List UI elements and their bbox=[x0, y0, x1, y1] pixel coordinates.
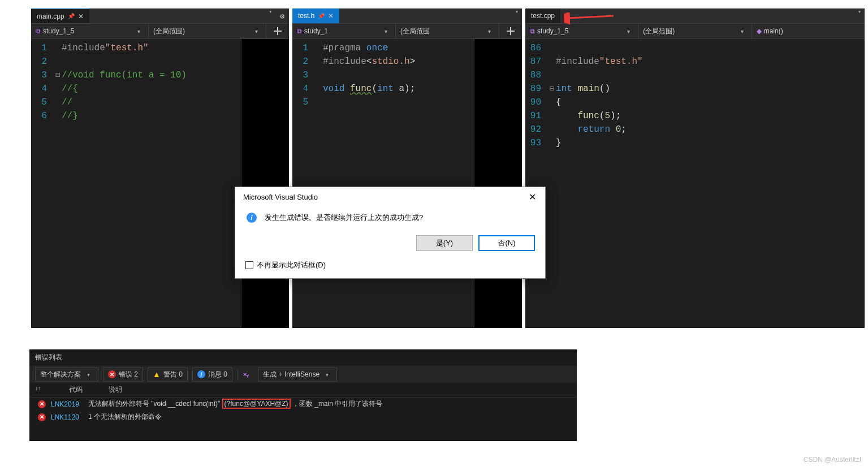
tab-test-h[interactable]: test.h 📌 ✕ bbox=[292, 8, 339, 23]
tab-bar: test.h 📌 ✕ ▾ bbox=[292, 8, 522, 23]
pin-icon[interactable]: 📌 bbox=[318, 13, 325, 19]
tab-main-cpp[interactable]: main.cpp 📌 ✕ bbox=[31, 8, 89, 23]
scope-label: (全局范围) bbox=[643, 27, 675, 36]
tab-bar: main.cpp 📌 ✕ ▾ ⚙ bbox=[31, 8, 289, 23]
close-icon[interactable]: ✕ bbox=[525, 192, 539, 202]
warnings-filter[interactable]: ▲ 警告 0 bbox=[148, 367, 188, 382]
build-error-dialog: Microsoft Visual Studio ✕ i 发生生成错误。是否继续并… bbox=[235, 187, 546, 279]
function-selector[interactable]: ◆ main() bbox=[752, 24, 865, 38]
dialog-message: 发生生成错误。是否继续并运行上次的成功生成? bbox=[265, 213, 423, 223]
minimap[interactable] bbox=[474, 39, 522, 328]
error-icon: ✕ bbox=[108, 370, 116, 378]
chevron-down-icon: ▾ bbox=[485, 28, 494, 34]
messages-filter[interactable]: i 消息 0 bbox=[192, 367, 232, 382]
panel-title: 错误列表 bbox=[29, 349, 577, 366]
tab-label: test.cpp bbox=[531, 12, 555, 20]
tab-test-cpp[interactable]: test.cpp bbox=[525, 8, 560, 23]
split-view-button[interactable] bbox=[499, 24, 522, 38]
no-button[interactable]: 否(N) bbox=[478, 235, 535, 251]
pin-icon[interactable]: 📌 bbox=[68, 13, 75, 19]
chevron-down-icon: ▾ bbox=[252, 28, 261, 34]
chevron-down-icon: ▾ bbox=[381, 28, 391, 34]
error-description: 1 个无法解析的外部命令 bbox=[88, 412, 162, 422]
errors-filter[interactable]: ✕ 错误 2 bbox=[103, 367, 143, 382]
build-filter-selector[interactable]: 生成 + IntelliSense ▾ bbox=[258, 367, 337, 382]
line-gutter: 123456 bbox=[31, 39, 54, 328]
project-selector[interactable]: ⧉ study_1 ▾ bbox=[292, 24, 396, 38]
project-name: study_1_5 bbox=[43, 27, 74, 35]
editor-pane-test-h: test.h 📌 ✕ ▾ ⧉ study_1 ▾ (全局范围 ▾ 1234 bbox=[292, 8, 522, 328]
error-row[interactable]: ✕ LNK1120 1 个无法解析的外部命令 bbox=[29, 410, 577, 423]
project-name: study_1_5 bbox=[537, 27, 568, 35]
scope-selector[interactable]: (全局范围) ▾ bbox=[638, 24, 752, 38]
code-content[interactable]: #include"test.h" int main() { func(5); r… bbox=[556, 39, 865, 328]
symbol-highlight: (?func@@YAXH@Z) bbox=[222, 399, 291, 409]
split-icon bbox=[507, 27, 515, 35]
chevron-down-icon: ▾ bbox=[737, 28, 747, 34]
info-icon: i bbox=[247, 213, 257, 223]
editor-toolbar: ⧉ study_1_5 ▾ (全局范围) ▾ bbox=[31, 23, 289, 39]
gear-icon[interactable]: ⚙ bbox=[275, 8, 289, 23]
error-row[interactable]: ✕ LNK2019 无法解析的外部符号 "void __cdecl func(i… bbox=[29, 397, 577, 410]
tab-dropdown-icon[interactable]: ▾ bbox=[854, 8, 865, 23]
watermark: CSDN @AusterlitzI bbox=[804, 456, 861, 464]
warning-icon: ▲ bbox=[153, 370, 161, 379]
solution-scope-selector[interactable]: 整个解决方案 ▾ bbox=[35, 367, 98, 382]
project-icon: ⧉ bbox=[530, 27, 535, 35]
project-name: study_1 bbox=[304, 27, 328, 35]
dialog-title: Microsoft Visual Studio bbox=[243, 193, 318, 201]
project-icon: ⧉ bbox=[297, 27, 302, 35]
chevron-down-icon: ▾ bbox=[322, 371, 332, 378]
close-icon[interactable]: ✕ bbox=[78, 12, 84, 20]
error-icon: ✕ bbox=[38, 400, 46, 408]
function-icon: ◆ bbox=[757, 27, 762, 35]
chevron-down-icon: ▾ bbox=[134, 28, 144, 34]
column-description[interactable]: 说明 bbox=[109, 385, 571, 395]
function-name: main() bbox=[764, 27, 783, 35]
error-code-link[interactable]: LNK1120 bbox=[51, 413, 86, 421]
editor-toolbar: ⧉ study_1_5 ▾ (全局范围) ▾ ◆ main() bbox=[525, 23, 865, 39]
tab-label: main.cpp bbox=[37, 12, 64, 20]
clear-icon[interactable]: ×ᵧ bbox=[243, 371, 249, 378]
close-icon[interactable]: ✕ bbox=[328, 12, 334, 20]
dont-show-again-checkbox[interactable] bbox=[245, 261, 253, 269]
chevron-down-icon: ▾ bbox=[84, 371, 93, 378]
fold-gutter[interactable] bbox=[315, 39, 323, 328]
error-list-panel: 错误列表 整个解决方案 ▾ ✕ 错误 2 ▲ 警告 0 i 消息 0 ×ᵧ 生成… bbox=[29, 349, 577, 441]
project-icon: ⧉ bbox=[36, 27, 41, 35]
checkbox-label: 不再显示此对话框(D) bbox=[257, 260, 326, 270]
project-selector[interactable]: ⧉ study_1_5 ▾ bbox=[31, 24, 149, 38]
fold-gutter[interactable]: ⊟ bbox=[548, 39, 556, 328]
editor-toolbar: ⧉ study_1 ▾ (全局范围 ▾ bbox=[292, 23, 522, 39]
tab-label: test.h bbox=[298, 12, 314, 20]
chevron-down-icon: ▾ bbox=[624, 28, 633, 34]
split-icon bbox=[274, 27, 282, 35]
line-gutter: 8687888990919293 bbox=[525, 39, 548, 328]
error-description: 无法解析的外部符号 "void __cdecl func(int)" (?fun… bbox=[88, 399, 382, 409]
line-gutter: 12345 bbox=[292, 39, 315, 328]
scope-label: (全局范围) bbox=[153, 27, 185, 36]
editor-pane-main-cpp: main.cpp 📌 ✕ ▾ ⚙ ⧉ study_1_5 ▾ (全局范围) ▾ bbox=[31, 8, 289, 328]
info-icon: i bbox=[197, 370, 205, 378]
code-content[interactable]: #pragma once #include<stdio.h> void func… bbox=[323, 39, 474, 328]
scope-selector[interactable]: (全局范围) ▾ bbox=[149, 24, 266, 38]
error-table-header: ↓↑ 代码 说明 bbox=[29, 383, 577, 397]
editor-pane-test-cpp: test.cpp ▾ ⧉ study_1_5 ▾ (全局范围) ▾ ◆ main… bbox=[525, 8, 865, 328]
minimap[interactable] bbox=[241, 39, 289, 328]
project-selector[interactable]: ⧉ study_1_5 ▾ bbox=[525, 24, 638, 38]
column-code[interactable]: 代码 bbox=[69, 385, 109, 395]
yes-button[interactable]: 是(Y) bbox=[416, 235, 473, 251]
tab-dropdown-icon[interactable]: ▾ bbox=[512, 8, 522, 23]
scope-label: (全局范围 bbox=[400, 27, 430, 36]
error-toolbar: 整个解决方案 ▾ ✕ 错误 2 ▲ 警告 0 i 消息 0 ×ᵧ 生成 + In… bbox=[29, 366, 577, 383]
tab-bar: test.cpp ▾ bbox=[525, 8, 865, 23]
split-view-button[interactable] bbox=[266, 24, 289, 38]
code-content[interactable]: #include"test.h" //void func(int a = 10)… bbox=[62, 39, 241, 328]
fold-gutter[interactable]: ⊟ bbox=[54, 39, 62, 328]
error-icon: ✕ bbox=[38, 413, 46, 421]
error-code-link[interactable]: LNK2019 bbox=[51, 400, 86, 408]
scope-selector[interactable]: (全局范围 ▾ bbox=[396, 24, 499, 38]
tab-dropdown-icon[interactable]: ▾ bbox=[265, 8, 275, 23]
